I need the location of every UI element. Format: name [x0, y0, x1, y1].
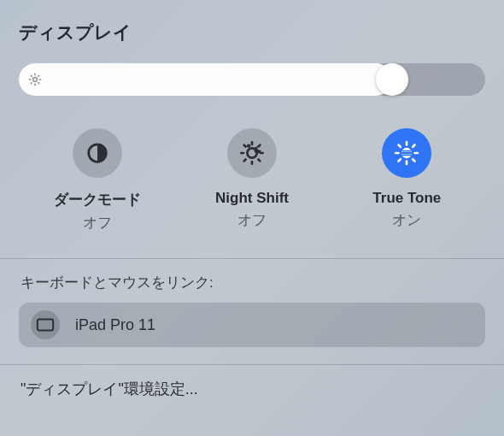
svg-line-5: [31, 75, 32, 76]
display-preferences-link[interactable]: "ディスプレイ"環境設定...: [21, 379, 485, 399]
true-tone-toggle[interactable]: True Tone オン: [334, 128, 480, 233]
night-shift-label: Night Shift: [215, 190, 289, 207]
sun-moon-icon: [227, 128, 277, 178]
brightness-slider[interactable]: [19, 63, 485, 96]
true-tone-status: オン: [392, 210, 421, 230]
half-moon-icon: [73, 128, 122, 178]
dark-mode-toggle[interactable]: ダークモード オフ: [24, 128, 170, 233]
brightness-low-icon: [27, 72, 43, 87]
dark-mode-label: ダークモード: [54, 190, 141, 209]
linked-device-name: iPad Pro 11: [75, 316, 155, 334]
sun-lines-icon: [382, 128, 431, 178]
section-divider: [0, 364, 504, 365]
svg-point-0: [33, 78, 38, 82]
svg-line-23: [399, 145, 401, 147]
svg-line-17: [244, 159, 246, 161]
svg-line-8: [38, 75, 39, 76]
display-toggle-row: ダークモード オフ Night Shift オフ: [19, 128, 485, 233]
svg-line-16: [258, 159, 260, 161]
svg-line-24: [413, 159, 415, 161]
true-tone-label: True Tone: [372, 190, 441, 207]
svg-line-25: [399, 159, 401, 161]
display-control-panel: ディスプレイ ダークモード オフ: [0, 0, 504, 436]
night-shift-status: オフ: [237, 210, 267, 230]
link-devices-heading: キーボードとマウスをリンク:: [21, 273, 485, 292]
dark-mode-status: オフ: [83, 213, 112, 233]
svg-line-7: [31, 83, 32, 84]
ipad-icon: [31, 310, 60, 339]
svg-line-18: [258, 145, 260, 147]
brightness-slider-fill: [19, 63, 392, 96]
section-divider: [0, 258, 504, 259]
linked-device-row[interactable]: iPad Pro 11: [19, 303, 485, 347]
svg-line-6: [38, 83, 39, 84]
svg-rect-31: [38, 320, 53, 331]
panel-title: ディスプレイ: [19, 21, 485, 44]
brightness-slider-thumb[interactable]: [376, 63, 408, 96]
night-shift-toggle[interactable]: Night Shift オフ: [179, 128, 325, 233]
svg-line-26: [413, 145, 415, 147]
svg-line-15: [244, 145, 246, 147]
